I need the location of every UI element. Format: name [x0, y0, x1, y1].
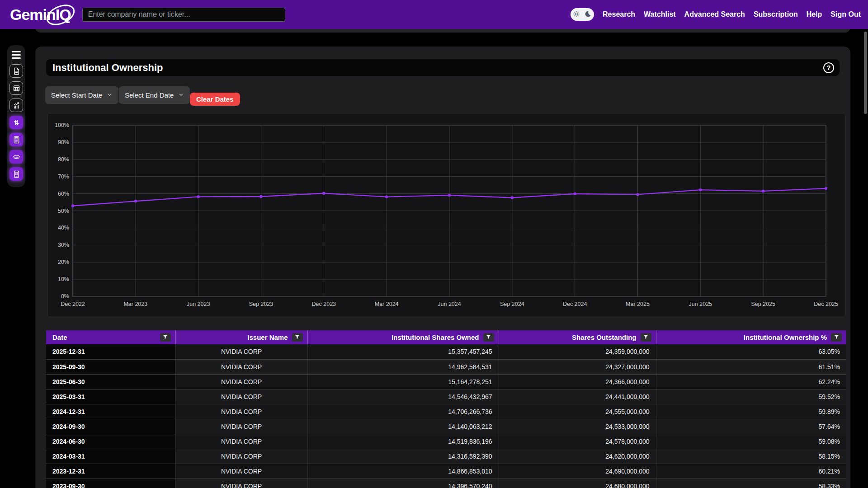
y-axis-tick: 100%: [55, 122, 69, 128]
table-row: 2025-09-30NVIDIA CORP14,962,584,53124,32…: [46, 359, 846, 374]
cell-shares-outstanding: 24,366,000,000: [499, 374, 656, 389]
y-axis-tick: 90%: [58, 139, 69, 145]
nav-link-watchlist[interactable]: Watchlist: [644, 10, 676, 19]
sidebar-item-sort-arrows[interactable]: [9, 116, 23, 129]
filter-button-shares-outstanding[interactable]: [641, 333, 651, 342]
cell-institutional-shares-owned: 14,316,592,390: [307, 449, 499, 464]
theme-toggle[interactable]: [571, 8, 594, 21]
column-label: Institutional Shares Owned: [392, 333, 479, 341]
x-axis-tick: Sep 2024: [500, 301, 524, 307]
filter-button-institutional-ownership[interactable]: [831, 333, 842, 342]
menu-icon[interactable]: [9, 49, 23, 61]
filter-icon: [294, 334, 300, 341]
spreadsheet-icon: [12, 84, 21, 93]
top-nav-bar: GeminIQ ResearchWatchlistAdvanced Search…: [0, 0, 868, 29]
sidebar-item-spreadsheet[interactable]: [9, 81, 23, 95]
cell-date: 2025-12-31: [46, 344, 175, 359]
cell-issuer-name: NVIDIA CORP: [175, 419, 307, 434]
help-button[interactable]: ?: [823, 62, 834, 73]
table-row: 2024-12-31NVIDIA CORP14,706,266,73624,55…: [46, 404, 846, 419]
start-date-label: Select Start Date: [51, 91, 102, 99]
page-scrollbar[interactable]: [864, 32, 867, 114]
sidebar-item-document[interactable]: [9, 64, 23, 78]
cell-institutional-ownership: 63.05%: [656, 344, 846, 359]
start-date-dropdown[interactable]: Select Start Date: [45, 86, 118, 104]
cell-issuer-name: NVIDIA CORP: [175, 479, 307, 488]
data-point: [197, 195, 199, 198]
column-header-date: Date: [46, 330, 175, 344]
filter-icon: [486, 334, 491, 341]
sidebar: [7, 45, 25, 187]
chevron-down-icon: [178, 91, 184, 99]
cell-institutional-shares-owned: 14,706,266,736: [307, 404, 499, 419]
table-row: 2024-03-31NVIDIA CORP14,316,592,39024,62…: [46, 449, 846, 464]
x-axis-tick: Dec 2025: [814, 301, 838, 307]
search-input[interactable]: [82, 8, 285, 22]
cell-date: 2025-09-30: [46, 359, 175, 374]
table-row: 2023-09-30NVIDIA CORP14,396,570,24024,68…: [46, 479, 846, 488]
sidebar-item-chart[interactable]: [9, 99, 23, 112]
end-date-label: Select End Date: [125, 91, 174, 99]
x-axis-tick: Jun 2024: [438, 301, 461, 307]
sidebar-item-calculator[interactable]: [9, 133, 23, 146]
x-axis-tick: Jun 2025: [689, 301, 712, 307]
column-label: Shares Outstanding: [572, 333, 637, 341]
moon-icon: [584, 10, 592, 19]
column-header-institutional-ownership: Institutional Ownership %: [656, 330, 846, 344]
cell-institutional-ownership: 61.51%: [656, 359, 846, 374]
end-date-dropdown[interactable]: Select End Date: [119, 86, 190, 104]
cell-institutional-shares-owned: 15,357,457,245: [307, 344, 499, 359]
nav-link-research[interactable]: Research: [603, 10, 635, 19]
cell-issuer-name: NVIDIA CORP: [175, 434, 307, 449]
sort-arrows-icon: [12, 118, 21, 127]
sidebar-item-building[interactable]: [9, 167, 23, 181]
cell-date: 2023-12-31: [46, 464, 175, 479]
column-header-issuer-name: Issuer Name: [175, 330, 307, 344]
nav-link-help[interactable]: Help: [807, 10, 822, 19]
nav-link-advanced-search[interactable]: Advanced Search: [684, 10, 745, 19]
cell-shares-outstanding: 24,680,000,000: [499, 479, 656, 488]
cell-institutional-ownership: 59.08%: [656, 434, 846, 449]
building-icon: [12, 170, 21, 178]
cell-date: 2024-12-31: [46, 404, 175, 419]
sun-icon: [573, 10, 580, 19]
data-point: [322, 192, 325, 195]
cell-shares-outstanding: 24,578,000,000: [499, 434, 656, 449]
nav-right-group: ResearchWatchlistAdvanced SearchSubscrip…: [571, 8, 861, 21]
column-label: Date: [52, 333, 67, 341]
cell-institutional-shares-owned: 14,396,570,240: [307, 479, 499, 488]
cell-institutional-shares-owned: 14,519,836,196: [307, 434, 499, 449]
cell-date: 2025-03-31: [46, 389, 175, 404]
cell-shares-outstanding: 24,533,000,000: [499, 419, 656, 434]
cell-shares-outstanding: 24,441,000,000: [499, 389, 656, 404]
cell-shares-outstanding: 24,620,000,000: [499, 449, 656, 464]
data-point: [699, 188, 702, 191]
cell-institutional-ownership: 59.89%: [656, 404, 846, 419]
cell-institutional-ownership: 59.52%: [656, 389, 846, 404]
cell-institutional-shares-owned: 14,866,853,010: [307, 464, 499, 479]
cell-shares-outstanding: 24,359,000,000: [499, 344, 656, 359]
y-axis-tick: 80%: [58, 156, 69, 163]
x-axis-tick: Dec 2023: [312, 301, 336, 307]
filter-button-issuer-name[interactable]: [292, 333, 303, 342]
page-title: Institutional Ownership: [52, 62, 163, 74]
cell-institutional-shares-owned: 14,962,584,531: [307, 359, 499, 374]
y-axis-tick: 70%: [58, 174, 69, 180]
cell-date: 2024-03-31: [46, 449, 175, 464]
nav-link-sign-out[interactable]: Sign Out: [830, 10, 861, 19]
nav-link-subscription[interactable]: Subscription: [754, 10, 798, 19]
filter-button-date[interactable]: [160, 333, 171, 342]
filter-button-institutional-shares-owned[interactable]: [483, 333, 494, 342]
table-row: 2025-12-31NVIDIA CORP15,357,457,24524,35…: [46, 344, 846, 359]
cell-institutional-shares-owned: 14,546,432,967: [307, 389, 499, 404]
section-title-bar: Institutional Ownership ?: [46, 59, 840, 76]
y-axis-tick: 50%: [58, 208, 69, 214]
app-logo: GeminIQ: [10, 6, 71, 23]
data-point: [134, 200, 137, 202]
sidebar-item-handshake[interactable]: [9, 150, 23, 164]
cell-issuer-name: NVIDIA CORP: [175, 359, 307, 374]
clear-dates-button[interactable]: Clear Dates: [190, 93, 240, 106]
column-label: Institutional Ownership %: [744, 333, 827, 341]
sidebar-items: [9, 64, 23, 181]
cell-issuer-name: NVIDIA CORP: [175, 404, 307, 419]
